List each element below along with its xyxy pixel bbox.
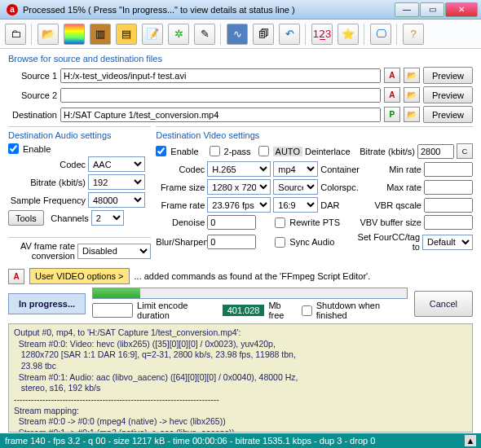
frame-rate-label: Frame rate (156, 200, 205, 210)
dest-label: Destination (8, 110, 57, 120)
flower-icon[interactable]: ✲ (168, 24, 189, 45)
reel-icon[interactable]: ▤ (116, 24, 137, 45)
max-rate-label: Max rate (364, 182, 421, 192)
status-up-arrow-icon[interactable]: ▲ (465, 435, 476, 446)
undo-icon[interactable]: ↶ (279, 24, 300, 45)
video-bitrate-label: Bitrate (kbit/s) (358, 147, 415, 156)
blur-label: Blur/Sharpen (156, 237, 205, 247)
mb-free-label: Mb free (268, 301, 297, 320)
frame-size-label: Frame size (156, 182, 205, 192)
edit-icon[interactable]: ✎ (194, 24, 215, 45)
open-icon[interactable]: 🗀 (5, 24, 26, 45)
frame-size-select[interactable]: 1280 x 720 (207, 179, 271, 195)
dest-preview-button[interactable]: Preview (423, 106, 473, 123)
audio-freq-label: Sample Frequency (8, 195, 86, 205)
video-enable-checkbox[interactable]: Enable (156, 146, 198, 156)
video-codec-select[interactable]: H.265 (207, 161, 271, 177)
vbv-buffer-label: VBV buffer size (352, 217, 421, 227)
limit-duration-label: Limit encode duration (137, 301, 218, 320)
source1-font-icon[interactable]: A (384, 68, 400, 83)
source1-preview-button[interactable]: Preview (423, 67, 473, 84)
audio-tools-button[interactable]: Tools (8, 210, 44, 226)
maximize-button[interactable]: ▭ (420, 2, 444, 17)
window-title: Processed 15% ( Press "In progress..." t… (23, 5, 394, 15)
close-button[interactable]: ✕ (445, 2, 478, 17)
sync-audio-label: Sync Audio (289, 237, 334, 247)
source2-browse-button[interactable]: 📂 (404, 87, 420, 103)
numbers-icon[interactable]: 12̲3 (311, 24, 333, 45)
auto-checkbox[interactable]: AUTO (258, 146, 302, 156)
window-controls: — ▭ ✕ (394, 2, 478, 17)
source2-preview-button[interactable]: Preview (423, 86, 473, 103)
progress-bar (92, 288, 408, 299)
frame-rate-select[interactable]: 23.976 fps (207, 197, 271, 213)
monitor-icon[interactable]: 🖵 (370, 24, 391, 45)
fourcc-select[interactable]: Default (422, 235, 473, 250)
audio-title: Destination Audio settings (8, 130, 151, 140)
source1-browse-button[interactable]: 📂 (404, 68, 420, 83)
clip-icon[interactable]: ▥ (90, 24, 111, 45)
help-icon[interactable]: ? (403, 24, 424, 45)
audio-freq-select[interactable]: 48000 (88, 192, 145, 208)
audio-enable-checkbox[interactable]: Enable (8, 143, 51, 154)
audio-enable-label: Enable (23, 144, 51, 154)
source2-input[interactable] (60, 88, 381, 103)
shutdown-checkbox[interactable]: Shutdown when finished (302, 301, 408, 320)
aspect-select[interactable]: 16:9 (273, 197, 318, 213)
max-rate-input[interactable] (424, 180, 473, 195)
rewrite-pts-checkbox[interactable]: Rewrite PTS (275, 217, 340, 228)
denoise-input[interactable] (207, 215, 256, 230)
minimize-button[interactable]: — (395, 2, 419, 17)
min-rate-input[interactable] (424, 162, 473, 177)
toolbar: 🗀 📂 ▥ ▤ 📝 ✲ ✎ ∿ 🗐 ↶ 12̲3 ⭐ 🖵 ? (0, 20, 481, 49)
blur-input[interactable] (207, 235, 256, 249)
sync-audio-checkbox[interactable]: Sync Audio (275, 237, 334, 248)
limit-duration-input[interactable] (92, 303, 133, 318)
dar-label: DAR (320, 200, 339, 210)
dest-browse-button[interactable]: 📂 (404, 107, 420, 122)
source1-label: Source 1 (8, 71, 57, 81)
two-pass-checkbox[interactable]: 2-pass (210, 146, 251, 156)
status-text: frame 140 - fps 3.2 - q 00 - size 1217 k… (5, 436, 375, 446)
dest-p-button[interactable]: P (384, 107, 400, 122)
rewrite-pts-label: Rewrite PTS (289, 217, 340, 227)
options-bar: A User VIDEO options > ... added command… (8, 268, 473, 284)
audio-codec-label: Codec (8, 160, 86, 169)
star-icon[interactable]: ⭐ (338, 24, 359, 45)
in-progress-button[interactable]: In progress... (8, 293, 86, 314)
avconv-label: AV frame rate conversion (8, 241, 75, 261)
folder-icon[interactable]: 📂 (38, 24, 59, 45)
denoise-label: Denoise (156, 217, 205, 227)
status-bar: frame 140 - fps 3.2 - q 00 - size 1217 k… (0, 433, 481, 448)
two-pass-label: 2-pass (224, 147, 251, 156)
colorspc-select[interactable]: Source (273, 179, 318, 195)
dest-input[interactable] (60, 108, 381, 122)
audio-channels-label: Channels (46, 213, 89, 223)
options-text: ... added commands as found at the 'FFmp… (135, 271, 371, 281)
source2-font-icon[interactable]: A (384, 87, 400, 103)
shutdown-label: Shutdown when finished (316, 301, 408, 320)
audio-bitrate-select[interactable]: 192 (88, 174, 145, 190)
video-container-select[interactable]: mp4 (273, 161, 318, 177)
deinterlace-label: Deinterlace (305, 147, 351, 156)
note-icon[interactable]: 📝 (142, 24, 163, 45)
app-icon: a (7, 4, 18, 15)
container-label: Container (320, 165, 360, 174)
auto-label: AUTO (273, 147, 302, 156)
tray-icon[interactable]: 🗐 (253, 24, 274, 45)
bitrate-clear-button[interactable]: C (457, 143, 473, 159)
browse-title: Browse for source and destination files (8, 54, 473, 64)
video-bitrate-input[interactable] (417, 144, 454, 159)
vbv-buffer-input[interactable] (424, 215, 473, 230)
cancel-button[interactable]: Cancel (414, 291, 473, 317)
audio-channels-select[interactable]: 2 (91, 210, 124, 226)
vbr-qscale-input[interactable] (424, 198, 473, 213)
log-output[interactable]: Output #0, mp4, to 'H:/SAT Capture 1/tes… (8, 323, 473, 433)
user-video-options-badge[interactable]: User VIDEO options > (29, 268, 130, 284)
avconv-select[interactable]: Disabled (77, 244, 151, 259)
film-icon[interactable] (64, 24, 85, 45)
wave-icon[interactable]: ∿ (227, 24, 248, 45)
audio-codec-select[interactable]: AAC (88, 156, 145, 172)
options-a-icon[interactable]: A (8, 269, 24, 284)
source1-input[interactable] (60, 68, 381, 83)
